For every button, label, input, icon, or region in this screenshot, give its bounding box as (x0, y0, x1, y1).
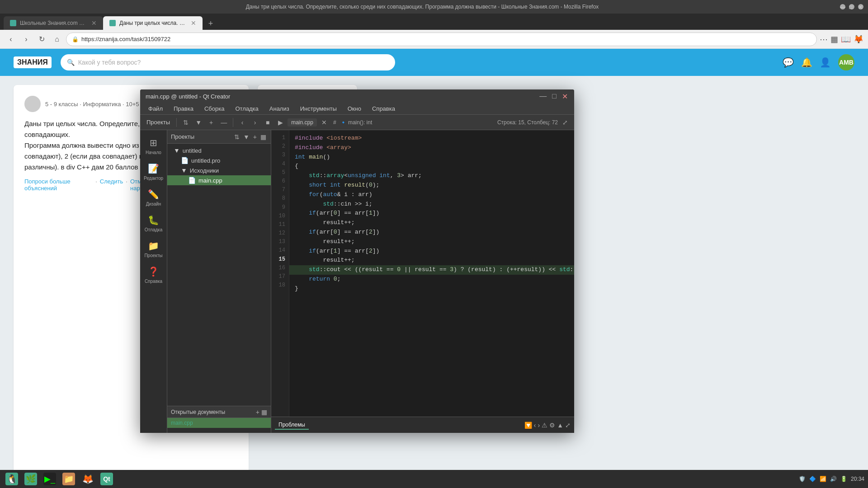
site-logo[interactable]: ЗНАНИЯ (14, 56, 52, 68)
qt-sidebar-design[interactable]: ✏️ Дизайн (142, 185, 166, 210)
follow-link[interactable]: Следить (100, 178, 123, 192)
qt-sidebar-editor-label: Редактор (144, 176, 163, 181)
qt-menu-debug[interactable]: Отладка (231, 104, 263, 113)
qt-tree-sync-btn[interactable]: ⇅ (233, 133, 241, 141)
qt-add-btn[interactable]: + (206, 117, 217, 128)
browser-maximize-btn[interactable]: □ (849, 4, 854, 9)
taskbar-mint-btn[interactable]: 🌿 (23, 471, 39, 487)
qt-code-content[interactable]: #include <iostream>#include <array>int m… (289, 130, 574, 417)
ask-more-link[interactable]: Попроси больше объяснений (24, 178, 93, 192)
address-bar[interactable]: 🔒 https://znanija.com/task/31509722 (66, 33, 817, 46)
qt-menu-tools[interactable]: Инструменты (296, 104, 341, 113)
qt-menu-window[interactable]: Окно (343, 104, 366, 113)
forward-button[interactable]: › (20, 33, 33, 46)
bluetooth-icon: 🔷 (809, 476, 816, 482)
qt-projects-label: Проекты (144, 119, 173, 126)
qt-code-area: 1234 5678 9101112 131415 161718 #include… (271, 130, 574, 417)
qt-menu-edit[interactable]: Правка (169, 104, 198, 113)
qt-minimize-btn[interactable]: — (538, 92, 547, 101)
qt-stop-btn[interactable]: ■ (262, 117, 273, 128)
qt-menu-analyze[interactable]: Анализ (265, 104, 294, 113)
tab2-favicon (109, 20, 116, 26)
sidebar-icon[interactable]: ▦ (830, 34, 838, 44)
back-button[interactable]: ‹ (5, 33, 17, 46)
users-icon[interactable]: 👤 (820, 57, 831, 68)
qt-remove-btn[interactable]: — (218, 117, 229, 128)
qt-tree-filter-btn[interactable]: ▼ (242, 133, 250, 141)
qt-run-btn[interactable]: ▶ (275, 117, 286, 128)
qt-tree-layout-btn[interactable]: ▦ (259, 133, 267, 141)
qt-panel-collapse-btn[interactable]: ▲ (557, 422, 563, 429)
qt-panel-settings-btn[interactable]: ⚙ (549, 422, 555, 429)
qt-panel-next-btn[interactable]: › (538, 422, 540, 429)
browser-close-btn[interactable]: ✕ (858, 4, 863, 9)
tree-label-sources: Исходники (190, 167, 219, 174)
site-search-bar[interactable]: 🔍 Какой у тебя вопрос? (61, 54, 395, 70)
qt-sidebar-help[interactable]: ❓ Справка (142, 263, 166, 287)
qt-panel-filter-btn[interactable]: 🔽 (524, 422, 532, 429)
question-avatar (24, 96, 41, 112)
qt-sidebar-debug[interactable]: 🐛 Отладка (142, 211, 166, 236)
notifications-icon[interactable]: 🔔 (801, 57, 812, 68)
home-button[interactable]: ⌂ (51, 33, 63, 46)
qt-tree-add-btn[interactable]: + (252, 133, 258, 141)
qt-sidebar-projects[interactable]: 📁 Проекты (142, 237, 166, 262)
site-header: ЗНАНИЯ 🔍 Какой у тебя вопрос? 💬 🔔 👤 AMB (0, 49, 868, 76)
tree-item-main-cpp[interactable]: 📄 main.cpp (167, 175, 271, 185)
folder-icon: ▼ (174, 147, 180, 154)
qt-open-docs-expand-btn[interactable]: + (256, 408, 259, 416)
reader-mode-icon[interactable]: 📖 (841, 34, 851, 44)
qt-close-btn[interactable]: ✕ (561, 92, 569, 101)
tab2-close-btn[interactable]: ✕ (191, 19, 196, 27)
qt-panel-prev-btn[interactable]: ‹ (534, 422, 536, 429)
qt-close-file-btn[interactable]: ✕ (319, 117, 330, 128)
qt-sidebar-home[interactable]: ⊞ Начало (142, 134, 166, 159)
qt-sidebar-editor[interactable]: 📝 Редактор (142, 160, 166, 184)
qt-expand-btn[interactable]: ⤢ (560, 117, 571, 128)
firefox-account-icon[interactable]: 🦊 (854, 34, 863, 44)
qt-maximize-btn[interactable]: □ (551, 92, 557, 101)
address-text: https://znanija.com/task/31509722 (81, 36, 170, 42)
tree-label-untitled: untitled (183, 147, 202, 154)
qt-next-btn[interactable]: › (250, 117, 260, 128)
qt-tree-body: ▼ untitled 📄 untitled.pro ▼ Исходники (167, 144, 271, 406)
qt-filter-btn[interactable]: ▼ (193, 117, 204, 128)
user-avatar[interactable]: AMB (838, 54, 854, 70)
qt-sidebar-design-label: Дизайн (146, 202, 161, 206)
browser-minimize-btn[interactable]: — (840, 4, 845, 9)
qt-menu-build[interactable]: Сборка (200, 104, 229, 113)
taskbar-firefox-btn[interactable]: 🦊 (80, 471, 96, 487)
browser-titlebar: Даны три целых числа. Определите, скольк… (0, 0, 868, 14)
qt-body: ⊞ Начало 📝 Редактор ✏️ Дизайн 🐛 Отладка … (140, 130, 574, 433)
home-icon: ⊞ (150, 137, 157, 148)
tree-item-sources[interactable]: ▼ Исходники (167, 165, 271, 175)
new-tab-button[interactable]: + (204, 17, 217, 30)
taskbar-terminal-btn[interactable]: ▶_ (42, 471, 58, 487)
qt-open-doc-main-cpp[interactable]: main.cpp (167, 418, 271, 428)
extensions-icon[interactable]: ⋯ (820, 34, 828, 44)
taskbar-qt-btn[interactable]: Qt (99, 471, 115, 487)
qt-menu-help[interactable]: Справка (368, 104, 400, 113)
taskbar-start-btn[interactable]: 🐧 (4, 471, 20, 487)
browser-tab-1[interactable]: Школьные Знания.com - P... ✕ (4, 16, 103, 30)
browser-tab-2[interactable]: Даны три целых числа. Опр... ✕ (103, 16, 203, 30)
qt-menu-file[interactable]: Файл (144, 104, 167, 113)
qt-panel-warning-btn[interactable]: ⚠ (542, 422, 547, 429)
taskbar-files-btn[interactable]: 📁 (61, 471, 77, 487)
browser-title: Даны три целых числа. Определите, скольк… (5, 4, 840, 10)
tree-item-untitled[interactable]: ▼ untitled (167, 145, 271, 155)
tree-item-untitled-pro[interactable]: 📄 untitled.pro (167, 155, 271, 165)
sources-folder-icon: ▼ (181, 167, 187, 174)
qt-open-docs-layout-btn[interactable]: ▦ (261, 408, 267, 416)
qt-sidebar-debug-label: Отладка (145, 227, 163, 232)
files-icon: 📁 (62, 473, 75, 485)
qt-sync-btn[interactable]: ⇅ (180, 117, 191, 128)
chat-icon[interactable]: 💬 (783, 57, 794, 68)
tab1-close-btn[interactable]: ✕ (91, 19, 97, 27)
qt-panel-expand-btn[interactable]: ⤢ (565, 422, 571, 429)
qt-problems-tab[interactable]: Проблемы (275, 421, 309, 430)
qt-current-file: main.cpp (288, 118, 317, 127)
qt-prev-btn[interactable]: ‹ (237, 117, 248, 128)
debug-icon: 🐛 (148, 215, 159, 225)
refresh-button[interactable]: ↻ (35, 33, 48, 46)
